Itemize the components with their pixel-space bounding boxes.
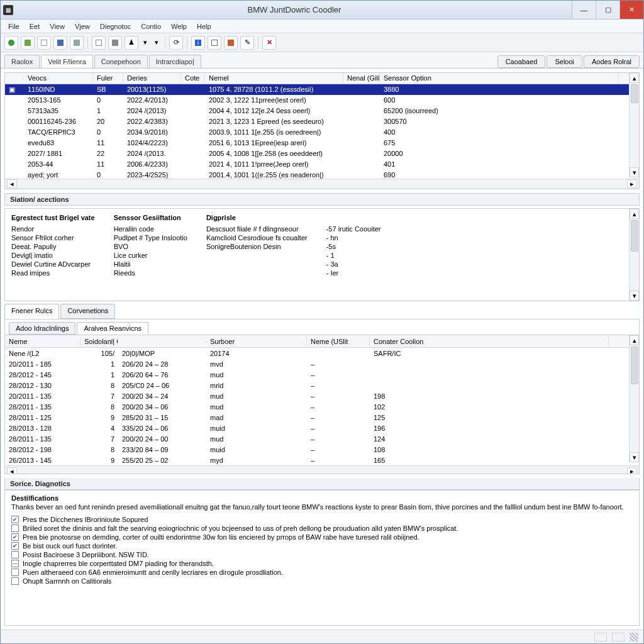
scroll-right-icon[interactable]: ▸ xyxy=(627,179,637,188)
checkbox-icon[interactable] xyxy=(11,569,19,576)
table-row[interactable]: 26/2013 - 1459255/20 25 – 02myd–165 xyxy=(5,455,639,465)
lower-vscroll[interactable]: ▴ ▾ xyxy=(629,335,639,462)
tool-new-icon[interactable] xyxy=(37,36,51,50)
button-aodes-rolral[interactable]: Aodes Rolral xyxy=(584,55,640,68)
menu-control[interactable]: Contio xyxy=(136,21,166,31)
menu-edit[interactable]: Eet xyxy=(25,21,45,31)
checkbox-icon[interactable]: ✔ xyxy=(11,542,19,550)
scroll-up-icon[interactable]: ▴ xyxy=(630,73,639,83)
tool-doc-icon[interactable] xyxy=(224,36,238,50)
col-nenal[interactable]: Nenal (Gilin. xyxy=(343,73,380,83)
lcol-surboer[interactable]: Surboer xyxy=(206,336,307,347)
lcol-oeigner[interactable] xyxy=(118,340,206,343)
table-row[interactable]: 28/2012 - 1451206/20 64 – 76mud– xyxy=(5,369,639,380)
lower-hscroll[interactable]: ◂ ▸ xyxy=(5,465,639,474)
table-row[interactable]: Nene /(L2105/20|0|/MOP20174SAFR/IC xyxy=(5,348,639,358)
tool-delete-icon[interactable]: ✕ xyxy=(262,36,276,50)
col-veocs[interactable]: Veocs xyxy=(24,73,93,83)
detail-value: - hn xyxy=(326,234,381,242)
tool-refresh-icon[interactable]: ⟳ xyxy=(169,36,183,50)
lcol-soidolanl[interactable]: Soidolanl| Oeigner xyxy=(80,336,118,347)
table-row[interactable]: 28/2013 - 1284335/20 24 – 06muid–196 xyxy=(5,423,639,433)
table-row[interactable]: 28/2011 - 1357200/20 24 – 00mud–124 xyxy=(5,433,639,444)
table-row[interactable]: TACQ/ERPfIC302034.9/2018)2003.9, 1011 1[… xyxy=(5,127,639,138)
scroll-down-icon[interactable]: ▾ xyxy=(630,291,639,301)
tool-chart-icon[interactable] xyxy=(108,36,122,50)
table-row[interactable]: ayed; yort02023-4/2525)2001.4, 1001 1((e… xyxy=(5,170,639,179)
tool-table-icon[interactable] xyxy=(92,36,106,50)
checkbox-icon[interactable] xyxy=(11,525,19,532)
scroll-left-icon[interactable]: ◂ xyxy=(7,179,17,188)
col-fuler[interactable]: Fuler xyxy=(93,73,123,83)
tool-info-icon[interactable]: i xyxy=(191,36,205,50)
button-selooi[interactable]: Selooi xyxy=(547,55,582,68)
col-check[interactable] xyxy=(5,77,24,79)
tool-user-icon[interactable]: ♟ xyxy=(125,36,138,50)
maximize-button[interactable]: ▢ xyxy=(596,1,619,19)
checkbox-icon[interactable]: ✔ xyxy=(11,516,19,523)
table-row[interactable]: evedu83111024/4/2223)2051 6, 1013 1Epree… xyxy=(5,138,639,148)
menu-diagnostic[interactable]: Diegnotoc xyxy=(95,21,136,31)
table-row[interactable]: 20/2011 - 1851206/20 24 – 28mvd– xyxy=(5,358,639,369)
checkbox-icon[interactable] xyxy=(11,577,19,585)
table-row[interactable]: 28/2011 - 1259285/20 31 – 15mad–125 xyxy=(5,412,639,423)
table-row[interactable]: 2027/ 1881222024 /(2013.2005 4, 1008 1[[… xyxy=(5,148,639,159)
table-row[interactable]: ▣1150INDSB20013(1125)1075 4. 28728 (1011… xyxy=(5,84,639,95)
scroll-thumb[interactable] xyxy=(631,347,638,384)
subtab-corvenetions[interactable]: Corvenetions xyxy=(60,304,115,319)
table-row[interactable]: 2053-44112006.4/2233)2021 4, 1011 1!prre… xyxy=(5,159,639,170)
tool-connect-icon[interactable] xyxy=(4,36,18,50)
checkbox-icon[interactable]: ✔ xyxy=(11,533,19,541)
tool-grid-icon[interactable] xyxy=(70,36,84,50)
scroll-down-icon[interactable]: ▾ xyxy=(630,167,639,177)
tool-dropdown-icon[interactable]: ▾ xyxy=(141,36,150,50)
menu-help[interactable]: Help xyxy=(192,21,216,31)
horizontal-scrollbar[interactable]: ◂ ▸ xyxy=(5,179,639,189)
scroll-thumb[interactable] xyxy=(631,220,638,252)
table-row[interactable]: 20/2011 - 1357200/20 34 – 24mud–198 xyxy=(5,391,639,401)
col-nemel[interactable]: Nemel xyxy=(205,73,343,83)
tab-raolox[interactable]: Raolox xyxy=(4,55,40,68)
menu-welp[interactable]: Welp xyxy=(166,21,192,31)
vertical-scrollbar[interactable]: ▴ ▾ xyxy=(629,73,639,177)
innertab-aralvea[interactable]: Aralvea Reanvicns xyxy=(77,322,148,335)
menu-view2[interactable]: Vjew xyxy=(70,21,95,31)
tool-box-icon[interactable] xyxy=(208,36,221,50)
table-row[interactable]: 20513-16502022.4/2013)2002 3, 1222 11prr… xyxy=(5,95,639,106)
close-button[interactable]: ✕ xyxy=(619,1,643,19)
scroll-right-icon[interactable]: ▸ xyxy=(627,467,637,474)
checkbox-icon[interactable] xyxy=(11,551,19,558)
details-scrollbar[interactable]: ▴ ▾ xyxy=(629,209,639,301)
innertab-adoo[interactable]: Adoo Idraclnlings xyxy=(9,322,75,335)
resize-grip-icon[interactable] xyxy=(630,633,638,641)
scroll-up-icon[interactable]: ▴ xyxy=(630,209,639,219)
lcol-conater[interactable]: Conater Coolion xyxy=(370,336,609,347)
tool-dropdown2-icon[interactable]: ▾ xyxy=(152,36,161,50)
col-cote[interactable]: Cote xyxy=(181,73,205,83)
tool-save-icon[interactable] xyxy=(21,36,35,50)
table-row[interactable]: 28/2011 - 1358200/20 34 – 06mud–102 xyxy=(5,401,639,412)
col-deries[interactable]: Deries xyxy=(123,73,181,83)
checkbox-icon[interactable]: — xyxy=(11,560,19,567)
tool-link-icon[interactable] xyxy=(53,36,67,50)
lcol-neme[interactable]: Neme xyxy=(5,336,80,347)
scroll-up-icon[interactable]: ▴ xyxy=(630,335,639,345)
subtab-fnener[interactable]: Fnener Rulcs xyxy=(4,304,59,319)
scroll-left-icon[interactable]: ◂ xyxy=(7,467,17,474)
table-row[interactable]: 57313a3512024 /(2013)2004 4, 1012 12[e.2… xyxy=(5,106,639,116)
lcol-neme-uslit[interactable]: Neme (USlit xyxy=(307,336,370,347)
table-row[interactable]: 28/2012 - 1308205/C0 24 – 06mrid– xyxy=(5,380,639,391)
scroll-down-icon[interactable]: ▾ xyxy=(630,452,639,462)
tool-edit-icon[interactable]: ✎ xyxy=(240,36,254,50)
button-caoabaed[interactable]: Caoabaed xyxy=(497,55,546,68)
table-row[interactable]: 28/2012 - 1988233/20 84 – 09muid–108 xyxy=(5,444,639,455)
table-row[interactable]: 000116245-236202022.4/2383)2021 3, 1223 … xyxy=(5,116,639,127)
minimize-button[interactable]: — xyxy=(572,1,596,19)
tab-velit[interactable]: Velit F/lienra xyxy=(41,55,93,68)
menu-view1[interactable]: View xyxy=(45,21,70,31)
menu-file[interactable]: File xyxy=(3,21,25,31)
tab-intrarcdiapo[interactable]: Intrarcdiapo| xyxy=(149,55,201,68)
scroll-thumb[interactable] xyxy=(631,84,638,103)
tab-conepehoon[interactable]: Conepehoon xyxy=(94,55,148,68)
col-sensor-option[interactable]: Senssor Option xyxy=(380,73,619,83)
